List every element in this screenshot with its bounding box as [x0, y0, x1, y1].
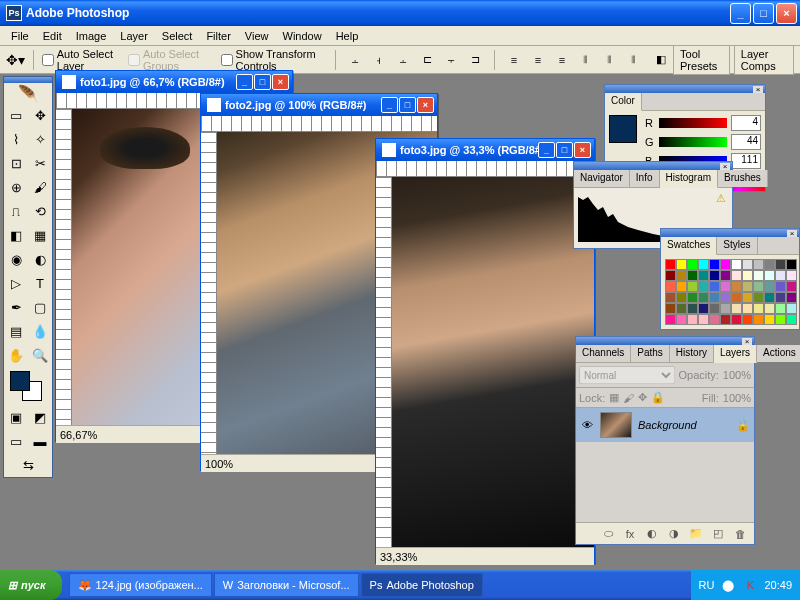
doc2-ruler-v[interactable] — [201, 132, 217, 454]
palette-well-icon[interactable]: ◧ — [653, 49, 669, 71]
swatch[interactable] — [720, 259, 731, 270]
doc1-zoom[interactable]: 66,67% — [60, 429, 97, 441]
align-top-icon[interactable]: ⫠ — [344, 49, 366, 71]
layer-row-background[interactable]: 👁 Background 🔒 — [576, 408, 754, 442]
align-right-icon[interactable]: ⊐ — [464, 49, 486, 71]
actions-tab[interactable]: Actions — [757, 345, 800, 362]
clock[interactable]: 20:49 — [764, 579, 792, 591]
fx-icon[interactable]: fx — [622, 526, 638, 542]
b-value[interactable]: 111 — [731, 153, 761, 169]
doc2-zoom[interactable]: 100% — [205, 458, 233, 470]
doc3-close[interactable]: × — [574, 142, 591, 158]
swatch[interactable] — [753, 259, 764, 270]
swatch[interactable] — [764, 303, 775, 314]
swatch[interactable] — [698, 281, 709, 292]
navigator-tab[interactable]: Navigator — [574, 170, 630, 187]
swatch[interactable] — [720, 292, 731, 303]
menu-image[interactable]: Image — [69, 28, 114, 44]
swatch[interactable] — [665, 259, 676, 270]
swatches-panel-grip[interactable]: × — [661, 229, 799, 237]
swatch[interactable] — [720, 270, 731, 281]
info-tab[interactable]: Info — [630, 170, 660, 187]
slice-tool[interactable]: ✂ — [28, 151, 52, 175]
color-tab[interactable]: Color — [605, 93, 642, 111]
minimize-button[interactable]: _ — [730, 3, 751, 24]
doc3-ruler-v[interactable] — [376, 177, 392, 547]
color-swatches[interactable] — [4, 367, 52, 405]
r-value[interactable]: 4 — [731, 115, 761, 131]
histogram-tab[interactable]: Histogram — [660, 170, 719, 188]
swatch[interactable] — [665, 303, 676, 314]
distribute-bottom-icon[interactable]: ≡ — [551, 49, 573, 71]
swatch[interactable] — [742, 281, 753, 292]
brush-tool[interactable]: 🖌 — [28, 175, 52, 199]
swatch[interactable] — [676, 303, 687, 314]
doc3-minimize[interactable]: _ — [538, 142, 555, 158]
swatch[interactable] — [709, 270, 720, 281]
wand-tool[interactable]: ✧ — [28, 127, 52, 151]
menu-filter[interactable]: Filter — [199, 28, 237, 44]
swatches-grid[interactable] — [665, 259, 795, 325]
swatch[interactable] — [775, 314, 786, 325]
swatch[interactable] — [709, 292, 720, 303]
menu-help[interactable]: Help — [329, 28, 366, 44]
swatch[interactable] — [676, 281, 687, 292]
swatch[interactable] — [775, 270, 786, 281]
swatch[interactable] — [709, 281, 720, 292]
paths-tab[interactable]: Paths — [631, 345, 670, 362]
color-fg-preview[interactable] — [609, 115, 637, 143]
swatch[interactable] — [731, 259, 742, 270]
swatch[interactable] — [709, 259, 720, 270]
standard-mode-icon[interactable]: ▣ — [4, 405, 28, 429]
swatch[interactable] — [753, 270, 764, 281]
swatch[interactable] — [720, 281, 731, 292]
swatch[interactable] — [676, 314, 687, 325]
swatch[interactable] — [742, 303, 753, 314]
adjustment-icon[interactable]: ◑ — [666, 526, 682, 542]
brushes-tab[interactable]: Brushes — [718, 170, 768, 187]
distribute-left-icon[interactable]: ⦀ — [575, 49, 597, 71]
styles-tab[interactable]: Styles — [717, 237, 757, 254]
gradient-tool[interactable]: ▦ — [28, 223, 52, 247]
tray-icon-1[interactable]: ⬤ — [720, 577, 736, 593]
folder-icon[interactable]: 📁 — [688, 526, 704, 542]
r-slider[interactable] — [659, 118, 727, 128]
swatch[interactable] — [698, 303, 709, 314]
swatch[interactable] — [786, 292, 797, 303]
path-tool[interactable]: ▷ — [4, 271, 28, 295]
swatch[interactable] — [786, 259, 797, 270]
histogram-panel-grip[interactable]: × — [574, 162, 732, 170]
distribute-vcenter-icon[interactable]: ≡ — [527, 49, 549, 71]
fill-value[interactable]: 100% — [723, 392, 751, 404]
warning-icon[interactable]: ⚠ — [716, 192, 726, 205]
history-tab[interactable]: History — [670, 345, 714, 362]
start-button[interactable]: ⊞пуск — [0, 570, 62, 600]
align-left-icon[interactable]: ⊏ — [416, 49, 438, 71]
trash-icon[interactable]: 🗑 — [732, 526, 748, 542]
menu-view[interactable]: View — [238, 28, 276, 44]
swatch[interactable] — [753, 303, 764, 314]
channels-tab[interactable]: Channels — [576, 345, 631, 362]
swatch[interactable] — [742, 259, 753, 270]
g-slider[interactable] — [659, 137, 727, 147]
taskbar-item-2[interactable]: WЗаголовки - Microsof... — [214, 573, 359, 597]
swatch[interactable] — [709, 314, 720, 325]
swatch[interactable] — [687, 259, 698, 270]
zoom-tool[interactable]: 🔍 — [28, 343, 52, 367]
swatch[interactable] — [775, 281, 786, 292]
screen-mode-1-icon[interactable]: ▭ — [4, 429, 28, 453]
swatch[interactable] — [731, 270, 742, 281]
g-value[interactable]: 44 — [731, 134, 761, 150]
stamp-tool[interactable]: ⎍ — [4, 199, 28, 223]
swatch[interactable] — [698, 270, 709, 281]
swatch[interactable] — [731, 281, 742, 292]
swatch[interactable] — [764, 270, 775, 281]
swatch[interactable] — [775, 259, 786, 270]
dodge-tool[interactable]: ◐ — [28, 247, 52, 271]
screen-mode-2-icon[interactable]: ▬ — [28, 429, 52, 453]
swatch[interactable] — [676, 259, 687, 270]
taskbar-item-1[interactable]: 🦊124.jpg (изображен... — [69, 573, 212, 597]
distribute-top-icon[interactable]: ≡ — [503, 49, 525, 71]
blur-tool[interactable]: ◉ — [4, 247, 28, 271]
color-panel-grip[interactable]: × — [605, 85, 765, 93]
